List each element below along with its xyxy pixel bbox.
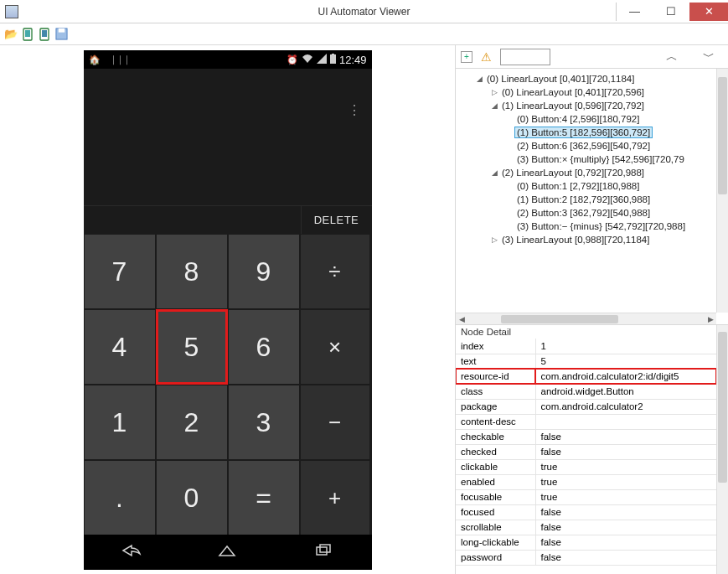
tree-node-label: (1) Button:2 [182,792][360,988] [514, 194, 653, 205]
calculator-area: ⋮ DELETE 789÷456×123−.0=+ [84, 69, 372, 535]
detail-vertical-scrollbar[interactable] [716, 325, 728, 574]
app-icon [5, 5, 18, 18]
calculator-top-row: DELETE [84, 205, 372, 234]
calc-key-=[interactable]: = [228, 460, 300, 535]
tree-node[interactable]: ◢(0) LinearLayout [0,401][720,1184] [456, 72, 716, 85]
detail-row-content-desc[interactable]: content-desc [456, 414, 716, 429]
tree-horizontal-scrollbar[interactable]: ◀▶ [456, 313, 716, 324]
calc-key-+[interactable]: + [300, 460, 370, 535]
calc-key-5[interactable]: 5 [156, 309, 228, 385]
close-button[interactable]: ✕ [689, 3, 728, 21]
tree-node[interactable]: (0) Button:1 [2,792][180,988] [456, 179, 716, 193]
detail-row-clickable[interactable]: clickabletrue [456, 459, 716, 474]
calc-key-4[interactable]: 4 [84, 309, 156, 385]
calc-key-6[interactable]: 6 [228, 309, 300, 385]
detail-row-package[interactable]: packagecom.android.calculator2 [456, 399, 716, 414]
calc-key-2[interactable]: 2 [156, 385, 228, 460]
collapse-arrow-icon[interactable]: ◢ [474, 75, 484, 83]
expand-all-button[interactable]: + [461, 51, 472, 63]
display-spacer [84, 206, 302, 234]
detail-row-long-clickable[interactable]: long-clickablefalse [456, 535, 716, 550]
open-folder-icon[interactable]: 📂 [3, 27, 18, 42]
detail-row-text[interactable]: text5 [456, 354, 716, 369]
wifi-icon [302, 54, 313, 65]
android-statusbar: 🏠 ⎹⎹⎹ ⏰ 12:49 [84, 50, 372, 69]
tree-node-label: (2) Button:3 [362,792][540,988] [514, 207, 653, 219]
calc-key-3[interactable]: 3 [228, 385, 300, 460]
detail-row-class[interactable]: classandroid.widget.Button [456, 384, 716, 399]
detail-value: true [535, 489, 716, 504]
tree-node[interactable]: ▷(3) LinearLayout [0,988][720,1184] [456, 233, 716, 246]
next-button[interactable]: ﹀ [694, 49, 723, 65]
detail-row-focusable[interactable]: focusabletrue [456, 489, 716, 504]
minimize-button[interactable]: — [616, 3, 653, 21]
tree-node[interactable]: ▷(0) LinearLayout [0,401][720,596] [456, 85, 716, 99]
detail-value: false [535, 429, 716, 444]
calc-key-.[interactable]: . [84, 460, 156, 535]
overflow-menu-icon[interactable]: ⋮ [348, 102, 360, 118]
calc-key-−[interactable]: − [300, 385, 370, 460]
tree-scroll-area[interactable]: ◢(0) LinearLayout [0,401][720,1184]▷(0) … [456, 69, 716, 313]
device-screenshot-icon[interactable] [20, 27, 35, 42]
calc-key-7[interactable]: 7 [84, 234, 156, 309]
search-input[interactable] [500, 49, 550, 65]
maximize-button[interactable]: ☐ [653, 3, 689, 21]
toolbar: 📂 [0, 23, 728, 45]
tree-node[interactable]: (1) Button:2 [182,792][360,988] [456, 193, 716, 206]
prev-button[interactable]: ︿ [658, 49, 686, 65]
tree-node[interactable]: (0) Button:4 [2,596][180,792] [456, 112, 716, 126]
svg-rect-7 [332, 54, 334, 54]
calc-key-0[interactable]: 0 [156, 460, 228, 535]
save-icon[interactable] [54, 27, 69, 42]
android-navbar [84, 535, 372, 570]
detail-key: resource-id [456, 369, 535, 384]
calc-key-÷[interactable]: ÷ [300, 234, 370, 309]
tree-node[interactable]: (2) Button:3 [362,792][540,988] [456, 206, 716, 220]
tree-node[interactable]: (3) Button:− {minus} [542,792][720,988] [456, 220, 716, 233]
detail-row-index[interactable]: index1 [456, 339, 716, 354]
detail-row-scrollable[interactable]: scrollablefalse [456, 520, 716, 535]
home-icon: 🏠 [89, 54, 101, 65]
tree-node-label: (0) LinearLayout [0,401][720,1184] [484, 73, 637, 85]
calc-key-×[interactable]: × [300, 309, 370, 385]
tree-node[interactable]: ◢(2) LinearLayout [0,792][720,988] [456, 166, 716, 179]
delete-button[interactable]: DELETE [302, 206, 372, 234]
tree-node-label: (2) Button:6 [362,596][540,792] [514, 140, 653, 152]
detail-key: text [456, 354, 535, 369]
detail-row-enabled[interactable]: enabledtrue [456, 474, 716, 489]
detail-value: 5 [535, 354, 716, 369]
detail-row-password[interactable]: passwordfalse [456, 550, 716, 565]
tree-node[interactable]: (3) Button:× {multiply} [542,596][720,79 [456, 153, 716, 166]
detail-key: enabled [456, 474, 535, 489]
warning-icon[interactable]: ⚠ [481, 50, 492, 64]
detail-row-checked[interactable]: checkedfalse [456, 444, 716, 459]
alarm-icon: ⏰ [287, 54, 298, 65]
node-detail-table: index1text5resource-idcom.android.calcul… [456, 339, 716, 566]
collapse-arrow-icon[interactable]: ◢ [489, 101, 499, 110]
calculator-display[interactable]: ⋮ [84, 69, 372, 205]
detail-row-checkable[interactable]: checkablefalse [456, 429, 716, 444]
calc-key-8[interactable]: 8 [156, 234, 228, 309]
back-button[interactable] [106, 544, 157, 561]
home-button[interactable] [202, 544, 252, 561]
calc-key-1[interactable]: 1 [84, 385, 156, 460]
calc-key-9[interactable]: 9 [228, 234, 300, 309]
tree-node[interactable]: (2) Button:6 [362,596][540,792] [456, 139, 716, 153]
expand-arrow-icon[interactable]: ▷ [489, 235, 499, 244]
expand-arrow-icon[interactable]: ▷ [489, 88, 499, 96]
detail-row-resource-id[interactable]: resource-idcom.android.calculator2:id/di… [456, 369, 716, 384]
detail-key: index [456, 339, 535, 354]
detail-row-focused[interactable]: focusedfalse [456, 504, 716, 520]
detail-value: true [535, 459, 716, 474]
tree-node[interactable]: ◢(1) LinearLayout [0,596][720,792] [456, 99, 716, 112]
main-split: 🏠 ⎹⎹⎹ ⏰ 12:49 [0, 45, 728, 574]
detail-value: com.android.calculator2:id/digit5 [535, 369, 716, 384]
detail-key: content-desc [456, 414, 535, 429]
tree-node[interactable]: (1) Button:5 [182,596][360,792] [456, 126, 716, 139]
svg-rect-5 [58, 28, 65, 33]
tree-vertical-scrollbar[interactable] [716, 69, 728, 313]
tree-node-label: (3) LinearLayout [0,988][720,1184] [499, 234, 652, 246]
device-screenshot-compressed-icon[interactable] [37, 27, 52, 42]
recents-button[interactable] [298, 544, 349, 561]
collapse-arrow-icon[interactable]: ◢ [489, 168, 499, 177]
